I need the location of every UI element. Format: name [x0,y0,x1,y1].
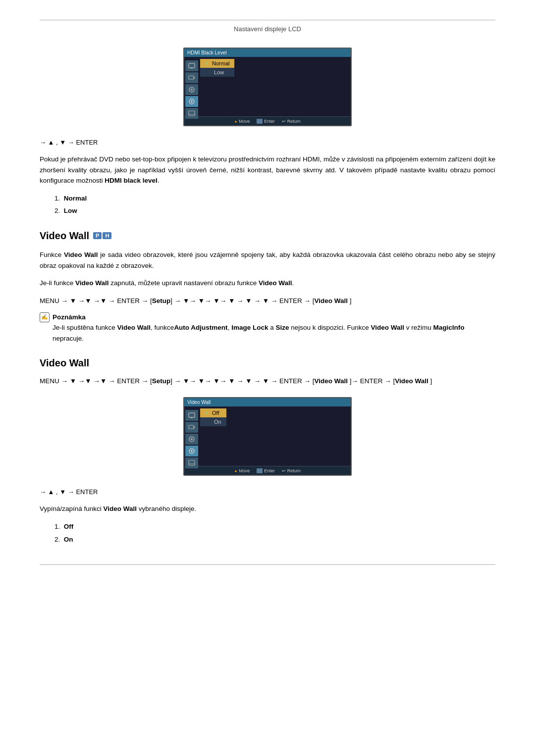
svg-rect-3 [189,76,194,79]
hdmi-menu-low: Low [200,68,234,77]
video-wall-note-line: Je-li funkce Video Wall zapnutá, můžete … [40,278,495,289]
vw-check-icon: ✓ [205,410,209,415]
svg-rect-14 [194,426,195,428]
hdmi-monitor-bottom-bar: ⬥ Move Enter ↩ Return [184,116,351,125]
hdmi-monitor-container: HDMI Black Level [40,48,495,126]
monitor-icon-3 [185,84,198,95]
note-icon: ✍ [40,312,50,322]
video-wall-main-heading: Video Wall P H [40,230,495,242]
vw-monitor-container: Video Wall [40,397,495,476]
top-divider [40,20,495,20]
monitor-icon-2 [185,72,198,83]
svg-point-6 [191,89,193,91]
vw-menu-off: ✓ Off [200,408,226,417]
note-box: ✍ Poznámka Je-li spuštěna funkce Video W… [40,312,495,344]
video-wall-menu-path: MENU → ▼ →▼ →▼ → ENTER → [Setup] → ▼→ ▼→… [40,296,495,307]
ph-badge: P H [93,232,111,239]
hdmi-body-text: Pokud je přehrávač DVD nebo set-top-box … [40,154,495,186]
hdmi-arrow-instruction: → ▲ , ▼ → ENTER [40,139,495,146]
svg-rect-0 [189,63,195,68]
move-control: ⬥ Move [234,118,250,124]
return-control: ↩ Return [282,118,301,124]
hdmi-list-item-2: 2. Low [54,205,495,216]
svg-rect-4 [194,77,195,79]
hdmi-menu-normal: ✓ Normal [200,59,234,68]
video-wall-sub-menu-path: MENU → ▼ →▼ →▼ → ENTER → [Setup] → ▼→ ▼→… [40,376,495,387]
vw-icon-2 [185,422,198,433]
vw-icon-1 [185,410,198,421]
monitor-icon-4 [185,96,198,107]
svg-point-16 [191,438,193,440]
monitor-icons-column [184,58,200,121]
check-icon: ✓ [205,61,209,66]
video-wall-sub-heading: Video Wall [40,357,495,369]
enter-icon [257,119,263,124]
vw-return-control: ↩ Return [282,468,301,473]
vw-icon-3 [185,434,198,445]
vw-arrow-instruction: → ▲ , ▼ → ENTER [40,488,495,496]
vw-move-control: ⬥ Move [234,468,250,473]
monitor-icon-5 [185,108,198,119]
hdmi-monitor-title: HDMI Black Level [184,49,351,57]
vw-monitor-screen: Video Wall [183,397,352,476]
svg-rect-10 [189,413,195,417]
vw-monitor-menu: ✓ Off On [200,406,226,466]
vw-enter-control: Enter [257,468,275,473]
enter-control: Enter [257,118,275,124]
vw-icon-4 [185,446,198,456]
vw-menu-on: On [200,417,226,426]
page-title: Nastavení displeje LCD [40,25,495,33]
vw-icon-5 [185,457,198,468]
note-text: Poznámka Je-li spuštěna funkce Video Wal… [53,312,495,344]
vw-enter-icon [257,468,263,473]
svg-rect-13 [189,425,194,429]
svg-rect-8 [189,111,195,116]
vw-body-text: Vypíná/zapíná funkci Video Wall vybranéh… [40,504,495,514]
bottom-divider [40,564,495,565]
vw-list-item-2: 2. On [54,534,495,545]
monitor-icon-1 [185,60,198,71]
vw-monitor-bottom-bar: ⬥ Move Enter ↩ Return [184,466,351,475]
vw-icons-column [184,408,200,470]
page: Nastavení displeje LCD HDMI Black Level [0,0,535,756]
hdmi-monitor-screen: HDMI Black Level [183,48,352,126]
vw-list-item-1: 1. Off [54,521,495,532]
hdmi-monitor-menu: ✓ Normal Low [200,57,234,116]
video-wall-intro-text: Funkce Video Wall je sada video obrazove… [40,250,495,271]
hdmi-list-item-1: 1. Normal [54,193,495,204]
vw-monitor-title: Video Wall [184,398,351,406]
svg-rect-18 [189,460,195,465]
